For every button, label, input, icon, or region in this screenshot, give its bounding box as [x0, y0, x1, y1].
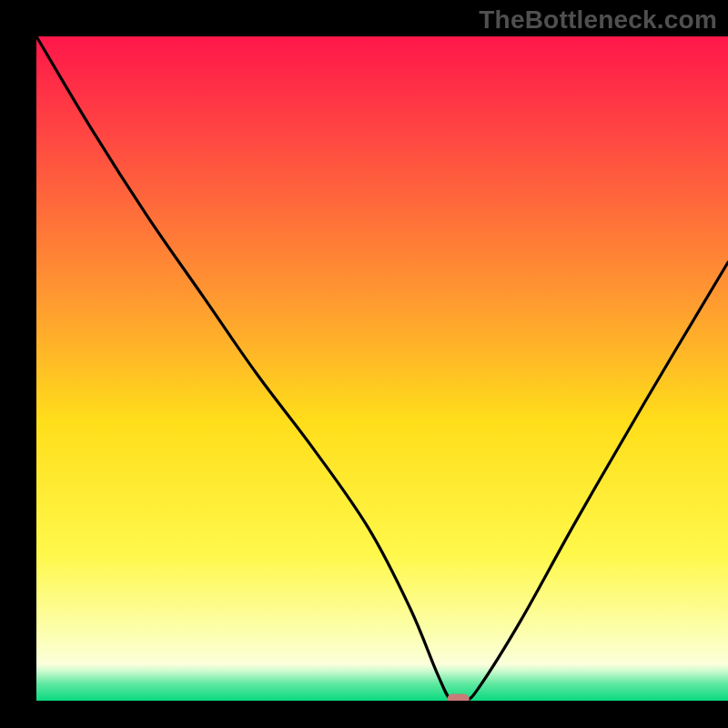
watermark-text: TheBottleneck.com	[479, 5, 717, 35]
baseline	[0, 701, 728, 728]
gradient-background	[36, 36, 728, 701]
bottleneck-chart	[0, 0, 728, 728]
chart-container: TheBottleneck.com	[0, 0, 728, 728]
